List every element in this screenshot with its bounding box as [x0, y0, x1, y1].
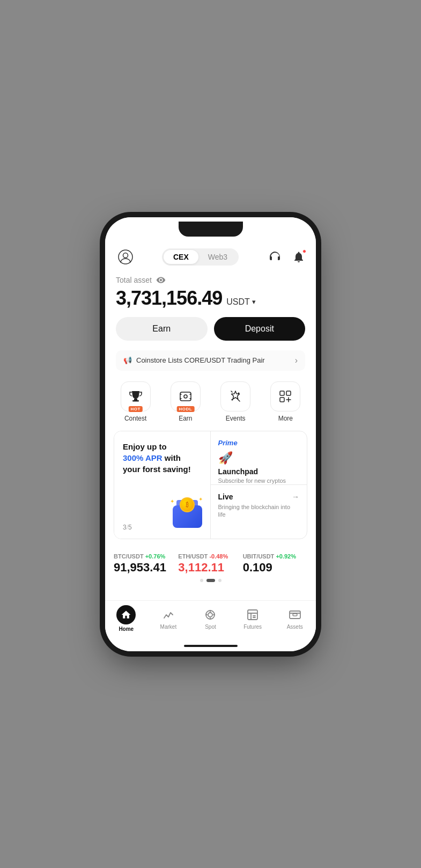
ubit-price: 0.109	[243, 561, 307, 575]
asset-label-row: Total asset	[116, 275, 305, 285]
ticker-row: BTC/USDT +0.76% 91,953.41 ETH/USDT -0.48…	[114, 553, 307, 575]
assets-icon	[287, 607, 302, 622]
home-label: Home	[119, 626, 134, 632]
card-right: Prime 🚀 Launchpad Subscribe for new cryp…	[211, 431, 307, 539]
notch	[179, 222, 243, 237]
megaphone-icon: 📢	[123, 356, 132, 364]
ubit-pair: UBIT/USDT +0.92%	[243, 553, 307, 560]
sparkle2: ✦	[198, 496, 203, 502]
svg-point-11	[208, 613, 212, 617]
home-bar	[184, 645, 238, 647]
home-icon	[116, 605, 136, 624]
live-subtitle: Bringing the blockchain into life	[218, 503, 300, 519]
svg-rect-8	[280, 391, 284, 395]
web3-tab[interactable]: Web3	[198, 250, 237, 264]
prime-label: Prime	[218, 439, 300, 447]
btc-pair: BTC/USDT +0.76%	[114, 553, 178, 560]
eth-price: 3,112.11	[178, 561, 242, 575]
svg-rect-9	[286, 391, 291, 395]
assets-label: Assets	[287, 624, 303, 630]
ticker-btc[interactable]: BTC/USDT +0.76% 91,953.41	[114, 553, 178, 575]
header: CEX Web3	[105, 241, 316, 271]
ticker-ubit[interactable]: UBIT/USDT +0.92% 0.109	[243, 553, 307, 575]
quick-item-contest[interactable]: HOT Contest	[116, 381, 155, 422]
profile-button[interactable]	[116, 247, 135, 267]
live-header: Live →	[218, 492, 300, 501]
cex-tab[interactable]: CEX	[164, 250, 198, 264]
dot-1	[200, 579, 203, 582]
launchpad-card[interactable]: Prime 🚀 Launchpad Subscribe for new cryp…	[211, 431, 307, 485]
eth-pair: ETH/USDT -0.48%	[178, 553, 242, 560]
spot-label: Spot	[205, 624, 216, 630]
announcement-text: Coinstore Lists CORE/USDT Trading Pair	[136, 356, 265, 364]
quick-item-earn[interactable]: HODL Earn	[166, 381, 205, 422]
home-indicator	[105, 641, 316, 651]
nav-market[interactable]: Market	[152, 607, 184, 630]
market-label: Market	[160, 624, 177, 630]
launchpad-title: Launchpad	[218, 467, 300, 476]
asset-label-text: Total asset	[116, 276, 152, 284]
live-card[interactable]: Live → Bringing the blockchain into life	[211, 485, 307, 539]
launchpad-subtitle: Subscribe for new cryptos	[218, 477, 300, 484]
ubit-change: +0.92%	[276, 553, 296, 560]
svg-point-7	[232, 399, 233, 400]
ticker-dots	[114, 575, 307, 586]
contest-label: Contest	[124, 415, 146, 422]
ticker-eth[interactable]: ETH/USDT -0.48% 3,112.11	[178, 553, 242, 575]
eth-change: -0.48%	[209, 553, 228, 560]
card-pagination: 3/5	[123, 524, 132, 531]
market-icon	[161, 607, 176, 622]
nav-futures[interactable]: Futures	[237, 607, 269, 630]
events-label: Events	[226, 415, 246, 422]
header-tabs: CEX Web3	[162, 248, 239, 266]
hodl-badge: HODL	[177, 406, 195, 412]
asset-currency: USDT ▾	[226, 297, 256, 307]
earn-icon-box: HODL	[171, 381, 201, 411]
events-icon	[228, 389, 243, 404]
quick-item-more[interactable]: More	[266, 381, 305, 422]
status-bar	[105, 217, 316, 241]
announcement-left: 📢 Coinstore Lists CORE/USDT Trading Pair	[123, 356, 265, 364]
svg-point-1	[123, 253, 128, 258]
trophy-icon	[128, 389, 143, 404]
dot-3	[218, 579, 221, 582]
deposit-button[interactable]: Deposit	[214, 317, 306, 341]
svg-rect-4	[180, 392, 191, 401]
contest-icon-box: HOT	[121, 381, 151, 411]
futures-icon	[245, 607, 260, 622]
market-ticker: BTC/USDT +0.76% 91,953.41 ETH/USDT -0.48…	[105, 548, 316, 595]
nav-home[interactable]: Home	[110, 605, 142, 632]
bottom-nav: Home Market Spot	[105, 600, 316, 641]
nav-assets[interactable]: Assets	[279, 607, 311, 630]
asset-amount-row: 3,731,156.49 USDT ▾	[116, 287, 305, 310]
header-right	[265, 247, 305, 267]
quick-menu: HOT Contest HODL Earn	[105, 377, 316, 431]
sparkle1: ✦	[170, 498, 174, 504]
asset-number: 3,731,156.49	[116, 287, 222, 310]
eye-icon[interactable]	[156, 275, 166, 285]
nav-spot[interactable]: Spot	[194, 607, 226, 630]
svg-rect-10	[280, 398, 284, 402]
bitcoin-coin: ₿	[180, 497, 195, 512]
svg-rect-2	[134, 399, 137, 400]
svg-rect-14	[290, 611, 300, 619]
notification-button[interactable]	[292, 251, 305, 263]
more-icon	[278, 389, 293, 404]
earn-card[interactable]: Enjoy up to 300% APR with your forst sav…	[114, 431, 211, 539]
asset-section: Total asset 3,731,156.49 USDT ▾ Earn Dep…	[105, 271, 316, 348]
dot-2	[206, 579, 215, 582]
content-area: CEX Web3 Total asset	[105, 241, 316, 600]
action-buttons: Earn Deposit	[116, 317, 305, 341]
wallet-illustration: ✦ ✦ ₿	[170, 498, 205, 528]
btc-price: 91,953.41	[114, 561, 178, 575]
svg-point-5	[184, 395, 187, 398]
live-arrow: →	[292, 492, 299, 501]
more-icon-box	[270, 381, 300, 411]
phone-frame: CEX Web3 Total asset	[105, 217, 316, 651]
quick-item-events[interactable]: Events	[216, 381, 255, 422]
announcement-banner[interactable]: 📢 Coinstore Lists CORE/USDT Trading Pair…	[116, 350, 305, 371]
earn-quick-label: Earn	[179, 415, 192, 422]
earn-button[interactable]: Earn	[116, 317, 208, 341]
earn-icon	[178, 389, 193, 404]
support-icon[interactable]	[265, 247, 285, 267]
